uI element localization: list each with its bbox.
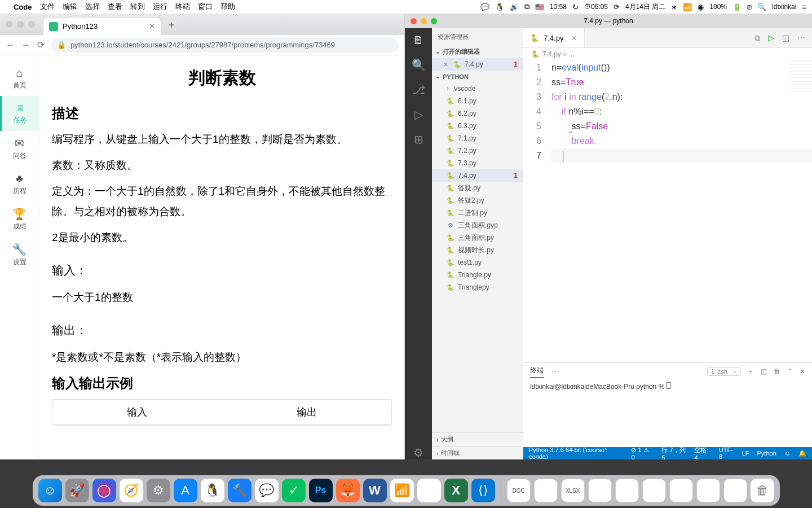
menubar-battery[interactable]: 100% xyxy=(709,3,727,11)
menubar-timer[interactable]: ⏱06:05 xyxy=(584,3,608,11)
dock-siri[interactable]: ◯ xyxy=(92,479,116,502)
status-problems[interactable]: ⊘ 1 ⚠ 0 xyxy=(631,446,652,460)
back-icon[interactable]: ← xyxy=(6,40,15,50)
run-file-icon[interactable]: ▷ xyxy=(768,33,774,42)
breadcrumb[interactable]: 🐍 7.4.py › ... xyxy=(523,48,812,60)
input-method-icon[interactable]: 🇺🇸 xyxy=(535,3,544,11)
open-editors-section[interactable]: 打开的编辑器 xyxy=(432,45,523,58)
project-section[interactable]: PYTHON xyxy=(432,71,523,82)
menu-selection[interactable]: 选择 xyxy=(85,2,100,12)
loop-icon[interactable]: ↻ xyxy=(572,3,579,11)
settings-gear-icon[interactable]: ⚙ xyxy=(413,446,423,459)
close-tab-icon[interactable]: ✕ xyxy=(149,22,155,30)
dock-chrome[interactable]: ◉ xyxy=(417,479,441,502)
wifi-icon[interactable]: 📶 xyxy=(683,3,692,11)
dock-xcode[interactable]: 🔨 xyxy=(228,479,251,502)
status-notifications-icon[interactable]: 🔔 xyxy=(798,446,806,460)
control-center-icon[interactable]: ≡ xyxy=(802,3,806,11)
file-row[interactable]: 🐍Trianglepy xyxy=(432,281,523,294)
dock-doc2[interactable] xyxy=(534,479,558,502)
close-window-icon[interactable] xyxy=(411,18,417,24)
sidebar-item-grades[interactable]: 🏆成绩 xyxy=(0,202,39,237)
file-row[interactable]: 🐍6.1.py xyxy=(432,95,523,107)
new-terminal-icon[interactable]: ＋ xyxy=(747,367,754,376)
sidebar-item-qa[interactable]: ✉问答 xyxy=(0,131,39,167)
editor-code-area[interactable]: 1 2 3 4 5 6 7 n=eval(input()) ss=True fo… xyxy=(523,60,812,362)
status-encoding[interactable]: UTF-8 xyxy=(719,446,734,460)
status-feedback-icon[interactable]: ☺ xyxy=(784,446,791,460)
open-editor-item[interactable]: ✕ 🐍 7.4.py 1 xyxy=(432,58,523,71)
active-app-name[interactable]: Code xyxy=(14,3,32,11)
file-row[interactable]: 🐍Triangle.py xyxy=(432,269,523,281)
menu-run[interactable]: 运行 xyxy=(153,2,167,12)
file-row[interactable]: 🐍7.3.py xyxy=(432,157,523,169)
file-row[interactable]: 🐍7.2.py xyxy=(432,144,523,157)
folder-row[interactable]: › .vscode xyxy=(432,82,523,95)
dock-doc6[interactable] xyxy=(642,479,666,502)
explorer-icon[interactable]: 🗎 xyxy=(413,34,424,47)
minimize-window-icon[interactable] xyxy=(421,18,427,24)
dock-photoshop[interactable]: Ps xyxy=(309,479,333,502)
menubar-date[interactable]: 4月14日 周二 xyxy=(625,2,665,12)
volume-icon[interactable]: 🔊 xyxy=(510,3,519,11)
editor-tab[interactable]: 🐍 7.4.py ✕ xyxy=(523,28,585,47)
dock-doc1[interactable]: DOC xyxy=(507,479,531,502)
reload-icon[interactable]: ⟳ xyxy=(37,40,45,50)
more-actions-icon[interactable]: ⋯ xyxy=(797,33,805,42)
close-panel-icon[interactable]: ✕ xyxy=(800,367,805,375)
browser-tab[interactable]: Python123 ✕ xyxy=(43,17,161,35)
dock-excel[interactable]: X xyxy=(444,479,468,502)
minimize-window-icon[interactable] xyxy=(17,21,24,28)
extensions-icon[interactable]: ⊞ xyxy=(414,133,423,146)
dock-qq[interactable]: 🐧 xyxy=(201,479,224,502)
dock-doc5[interactable] xyxy=(615,479,639,502)
dock-vscode[interactable]: ⟨⟩ xyxy=(471,479,495,502)
file-row[interactable]: 🐍三角面积.py xyxy=(432,231,523,244)
file-row[interactable]: 🐍6.2.py xyxy=(432,107,523,120)
screen-mirroring-icon[interactable]: ⧉ xyxy=(524,2,529,11)
minimap[interactable] xyxy=(789,60,812,94)
new-tab-icon[interactable]: ＋ xyxy=(167,18,176,31)
close-tab-icon[interactable]: ✕ xyxy=(571,34,577,42)
kill-terminal-icon[interactable]: 🗑 xyxy=(774,367,780,375)
sidebar-item-home[interactable]: ⌂首页 xyxy=(0,61,39,96)
menu-terminal[interactable]: 终端 xyxy=(175,2,190,12)
menubar-user[interactable]: ldtxinkai xyxy=(772,3,796,11)
forward-icon[interactable]: → xyxy=(21,40,30,50)
dock-wechat[interactable]: ✓ xyxy=(282,479,306,502)
menu-go[interactable]: 转到 xyxy=(130,2,145,12)
dock-settings[interactable]: ⚙ xyxy=(147,479,170,502)
dock-safari[interactable]: 🧭 xyxy=(120,479,143,502)
spotlight-icon[interactable]: 🔍 xyxy=(757,3,766,11)
address-bar[interactable]: 🔒 python123.io/student/courses/2421/grou… xyxy=(51,38,399,52)
split-terminal-icon[interactable]: ◫ xyxy=(761,367,767,375)
menubar-clock[interactable]: 10:58 xyxy=(550,3,567,11)
sidebar-item-settings[interactable]: 🔧设置 xyxy=(0,237,39,273)
panel-tab-terminal[interactable]: 终端 xyxy=(530,366,544,378)
dock-doc3[interactable]: XLSX xyxy=(561,479,585,502)
bluetooth-icon[interactable]: ∗ xyxy=(671,3,677,11)
status-dot-icon[interactable]: ◉ xyxy=(698,3,704,11)
dock-appstore[interactable]: A xyxy=(174,479,197,502)
file-row[interactable]: 🐍7.1.py xyxy=(432,132,523,144)
dock-doc7[interactable] xyxy=(669,479,693,502)
dock-trash[interactable]: 🗑 xyxy=(751,479,774,502)
file-row[interactable]: 🐍test1.py xyxy=(432,256,523,269)
menu-view[interactable]: 查看 xyxy=(108,2,122,12)
terminal-body[interactable]: ldtxinkai@ldtxinkaideMacBook-Pro python … xyxy=(523,380,812,447)
file-row[interactable]: ⚙三角面积.gyp xyxy=(432,219,523,231)
dock-messages[interactable]: 💬 xyxy=(255,479,279,502)
file-row[interactable]: 🐍6.3.py xyxy=(432,120,523,132)
file-row[interactable]: 🐍答疑.py xyxy=(432,182,523,194)
status-indent[interactable]: 空格: 4 xyxy=(694,446,710,460)
terminal-select[interactable]: 1: zsh xyxy=(707,367,740,376)
maximize-panel-icon[interactable]: ⌃ xyxy=(787,367,793,375)
menu-help[interactable]: 帮助 xyxy=(220,2,235,12)
status-eol[interactable]: LF xyxy=(742,446,749,460)
menu-file[interactable]: 文件 xyxy=(40,2,55,12)
zoom-window-icon[interactable] xyxy=(28,21,35,28)
run-debug-icon[interactable]: ▷ xyxy=(414,108,423,121)
menu-edit[interactable]: 编辑 xyxy=(63,2,77,12)
browser-traffic-lights[interactable] xyxy=(6,21,35,28)
status-language[interactable]: Python xyxy=(757,446,776,460)
